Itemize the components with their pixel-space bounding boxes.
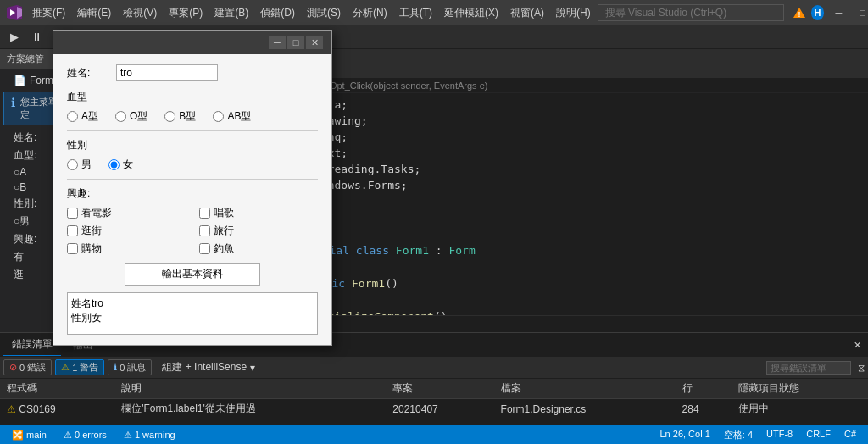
filter-errors[interactable]: ⊘ 0 錯誤 [3, 359, 52, 375]
radio-male[interactable]: 男 [67, 158, 92, 172]
checkbox-travel[interactable]: 旅行 [199, 224, 318, 238]
menu-window[interactable]: 視窗(A) [505, 4, 549, 22]
warning-triangle: ! [793, 7, 806, 19]
checkbox-singing[interactable]: 唱歌 [199, 206, 318, 220]
status-line-ending[interactable]: CRLF [801, 429, 836, 441]
name-label: 姓名: [67, 66, 109, 80]
radio-blood-b[interactable]: B型 [164, 109, 196, 124]
dialog-body: 姓名: 血型 A型 O型 B型 A [53, 54, 331, 345]
status-right: Ln 26, Col 1 空格: 4 UTF-8 CRLF C# [654, 429, 861, 441]
menu-bar: 推案(F) 編輯(E) 檢視(V) 專案(P) 建置(B) 偵錯(D) 測試(S… [0, 0, 868, 25]
gender-section: 性別 男 女 [67, 138, 318, 172]
cell-description: 欄位'Form1.label1'從未使用過 [114, 399, 386, 419]
status-encoding[interactable]: UTF-8 [761, 429, 798, 441]
radio-blood-o[interactable]: O型 [115, 109, 147, 124]
error-table-container: 程式碼 說明 專案 檔案 行 隱藏項目狀態 ⚠ CS0169 欄位'Form1.… [0, 379, 868, 425]
hobby-grid: 看電影 唱歌 逛街 旅行 購物 [67, 206, 318, 256]
status-warnings[interactable]: ⚠ 1 warning [119, 430, 181, 441]
menu-project[interactable]: 專案(P) [164, 4, 208, 22]
cell-line: 284 [676, 399, 732, 419]
blood-type-label: 血型 [67, 90, 318, 104]
col-file[interactable]: 檔案 [494, 379, 676, 399]
pause-btn[interactable]: ⏸ [27, 28, 46, 47]
divider-1 [67, 130, 318, 131]
vs-logo [7, 4, 22, 21]
status-errors[interactable]: ⚠ 0 errors [58, 430, 112, 441]
maximize-button[interactable]: □ [853, 4, 868, 21]
dialog-minimize-btn[interactable]: ─ [269, 36, 286, 49]
name-row: 姓名: [67, 64, 318, 81]
error-list-filter: ⊘ 0 錯誤 ⚠ 1 警告 ℹ 0 訊息 組建 + IntelliSense ▾… [0, 357, 868, 379]
col-project[interactable]: 專案 [386, 379, 493, 399]
warning-count: 1 [72, 363, 77, 373]
user-badge: H [811, 5, 824, 20]
col-line[interactable]: 行 [676, 379, 732, 399]
menu-help[interactable]: 說明(H) [551, 4, 596, 22]
solution-panel-title: 方案總管 [7, 53, 44, 65]
radio-blood-a[interactable]: A型 [67, 109, 98, 124]
radio-blood-ab[interactable]: AB型 [213, 109, 251, 124]
error-row-0[interactable]: ⚠ CS0169 欄位'Form1.label1'從未使用過 20210407 … [0, 399, 868, 419]
info-icon: ℹ [11, 96, 15, 109]
status-line-col[interactable]: Ln 26, Col 1 [654, 429, 715, 441]
dialog-window: ─ □ ✕ 姓名: 血型 A型 O型 [53, 30, 332, 346]
menu-tools[interactable]: 工具(T) [394, 4, 437, 22]
gender-radio-group: 男 女 [67, 158, 318, 172]
dialog-title-bar: ─ □ ✕ [53, 31, 331, 54]
status-language[interactable]: C# [839, 429, 861, 441]
checkbox-shopping[interactable]: 逛街 [67, 224, 186, 238]
search-box-container [598, 4, 784, 21]
error-icon: ⊘ [9, 362, 17, 373]
menu-extensions[interactable]: 延伸模組(X) [439, 4, 504, 22]
error-table: 程式碼 說明 專案 檔案 行 隱藏項目狀態 ⚠ CS0169 欄位'Form1.… [0, 379, 868, 419]
cell-project: 20210407 [386, 399, 493, 419]
menu-edit[interactable]: 編輯(E) [72, 4, 116, 22]
hobby-section: 興趣: 看電影 唱歌 逛街 旅行 [67, 186, 318, 256]
message-icon: ℹ [114, 362, 117, 373]
warning-icon: ⚠ [61, 362, 70, 373]
divider-2 [67, 179, 318, 180]
checkbox-movies[interactable]: 看電影 [67, 206, 186, 220]
filter-warnings[interactable]: ⚠ 1 警告 [55, 359, 104, 375]
breadcrumb-member: Btn_Opt_Click(object sender, EventArgs e… [310, 80, 487, 91]
search-input[interactable] [598, 4, 784, 21]
gender-label: 性別 [67, 138, 318, 153]
col-code[interactable]: 程式碼 [0, 379, 114, 399]
file-icon: 📄 [14, 75, 26, 86]
dialog-close-btn[interactable]: ✕ [306, 36, 323, 49]
filter-icon[interactable]: ⧖ [858, 362, 865, 374]
col-description[interactable]: 說明 [114, 379, 386, 399]
output-button[interactable]: 輸出基本資料 [125, 263, 260, 286]
warn-badge-icon: ⚠ [7, 403, 16, 415]
checkbox-shopping2[interactable]: 購物 [67, 241, 186, 256]
filter-messages[interactable]: ℹ 0 訊息 [108, 359, 152, 375]
message-count: 0 [120, 363, 125, 373]
menu-build[interactable]: 建置(B) [209, 4, 253, 22]
svg-text:!: ! [798, 10, 800, 19]
build-source-selector: 組建 + IntelliSense ▾ [162, 360, 255, 375]
menu-view[interactable]: 檢視(V) [118, 4, 162, 22]
output-area: 姓名tro性別女 [67, 292, 318, 335]
close-panel-btn[interactable]: ✕ [850, 339, 865, 352]
dropdown-icon: ▾ [250, 362, 255, 374]
checkbox-fishing[interactable]: 釣魚 [199, 241, 318, 256]
menu-file[interactable]: 推案(F) [27, 4, 70, 22]
cell-file: Form1.Designer.cs [494, 399, 676, 419]
menu-debug[interactable]: 偵錯(D) [255, 4, 300, 22]
status-spaces[interactable]: 空格: 4 [719, 429, 758, 441]
menu-test[interactable]: 測試(S) [302, 4, 346, 22]
menu-analyze[interactable]: 分析(N) [348, 4, 392, 22]
name-input[interactable] [116, 64, 218, 81]
search-error-input[interactable] [766, 361, 851, 375]
error-count: 0 [19, 363, 25, 373]
debug-start-btn[interactable]: ▶ [5, 28, 24, 47]
radio-female[interactable]: 女 [108, 158, 133, 172]
col-status[interactable]: 隱藏項目狀態 [732, 379, 868, 399]
cell-status: 使用中 [732, 399, 868, 419]
status-branch[interactable]: 🔀 main [7, 430, 52, 441]
bottom-panel-tools: ✕ [850, 339, 865, 352]
blood-type-radio-group: A型 O型 B型 AB型 [67, 109, 318, 124]
hobby-label: 興趣: [67, 186, 318, 201]
dialog-restore-btn[interactable]: □ [287, 36, 304, 49]
minimize-button[interactable]: ─ [829, 4, 848, 21]
